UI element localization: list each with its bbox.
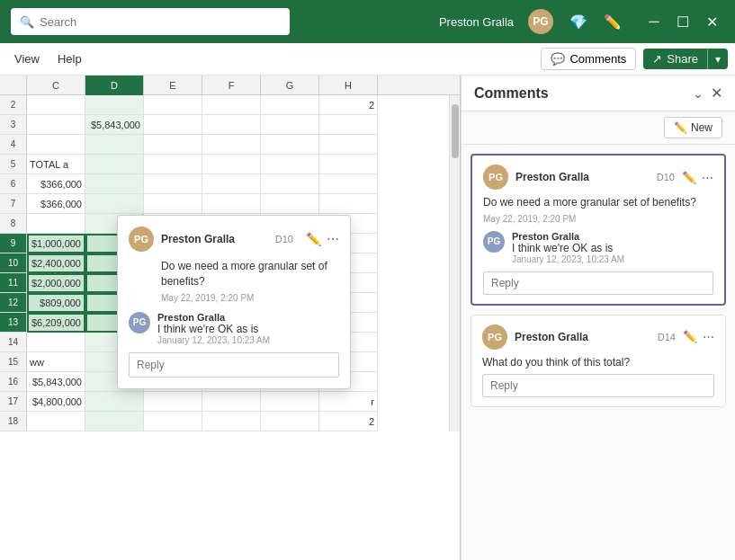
- new-comment-button[interactable]: ✏️ New: [664, 117, 722, 138]
- cell-d2[interactable]: [85, 95, 144, 115]
- card-1-reply-text: I think we're OK as is: [512, 242, 713, 254]
- cell-g7[interactable]: [261, 194, 319, 214]
- cell-f18[interactable]: [202, 412, 261, 431]
- panel-scroll[interactable]: PG Preston Gralla D10 ✏️ ⋯ Do we need a …: [462, 145, 735, 560]
- cell-c11[interactable]: $2,000,000: [27, 273, 85, 293]
- cell-g6[interactable]: [261, 174, 319, 194]
- cell-c16[interactable]: $5,843,000: [27, 372, 85, 392]
- table-row: [27, 135, 449, 155]
- avatar[interactable]: PG: [528, 9, 553, 34]
- cell-c15[interactable]: ww: [27, 352, 85, 372]
- close-button[interactable]: ✕: [699, 9, 724, 34]
- popup-more-icon[interactable]: ⋯: [327, 232, 339, 246]
- card-1-reply-input[interactable]: [483, 271, 713, 295]
- menu-item-view[interactable]: View: [7, 49, 47, 69]
- cell-c8[interactable]: [27, 214, 85, 234]
- menu-item-help[interactable]: Help: [50, 49, 89, 69]
- search-box[interactable]: 🔍: [11, 8, 290, 35]
- cell-h18[interactable]: 2: [319, 412, 378, 431]
- cell-h5[interactable]: [319, 155, 378, 174]
- cell-c17[interactable]: $4,800,000: [27, 392, 85, 412]
- popup-comment: PG Preston Gralla D10 ✏️ ⋯ Do we need a …: [117, 215, 351, 389]
- cell-c7[interactable]: $366,000: [27, 194, 85, 214]
- cell-g5[interactable]: [261, 155, 319, 174]
- cell-f7[interactable]: [202, 194, 261, 214]
- table-row: $5,843,000: [27, 115, 449, 135]
- card-2-reply-input[interactable]: [482, 374, 714, 397]
- share-label: Share: [667, 52, 698, 66]
- panel-collapse-icon[interactable]: ⌄: [693, 86, 704, 101]
- cell-g17[interactable]: [261, 392, 319, 412]
- popup-reply-input[interactable]: [129, 352, 339, 378]
- card-2-more-icon[interactable]: ⋯: [703, 330, 714, 343]
- cell-g4[interactable]: [261, 135, 319, 155]
- cell-c14[interactable]: [27, 333, 85, 352]
- cell-c4[interactable]: [27, 135, 85, 155]
- popup-comment-header: PG Preston Gralla D10 ✏️ ⋯: [129, 227, 339, 252]
- cell-d6[interactable]: [85, 174, 144, 194]
- card-2-edit-icon[interactable]: ✏️: [683, 330, 697, 343]
- cell-e17[interactable]: [144, 392, 202, 412]
- cell-e4[interactable]: [144, 135, 202, 155]
- cell-e7[interactable]: [144, 194, 202, 214]
- cell-f4[interactable]: [202, 135, 261, 155]
- row-num-16: 16: [0, 372, 27, 392]
- row-num-15: 15: [0, 352, 27, 372]
- cell-c6[interactable]: $366,000: [27, 174, 85, 194]
- cell-g18[interactable]: [261, 412, 319, 431]
- cell-e5[interactable]: [144, 155, 202, 174]
- cell-f2[interactable]: [202, 95, 261, 115]
- cell-e2[interactable]: [144, 95, 202, 115]
- cell-f5[interactable]: [202, 155, 261, 174]
- cell-d5[interactable]: [85, 155, 144, 174]
- cell-c5[interactable]: TOTAL a: [27, 155, 85, 174]
- cell-d18[interactable]: [85, 412, 144, 431]
- cell-h17[interactable]: r: [319, 392, 378, 412]
- share-button[interactable]: ↗ Share: [643, 49, 707, 69]
- cell-c18[interactable]: [27, 412, 85, 431]
- scrollbar[interactable]: [449, 95, 460, 431]
- row-num-8: 8: [0, 214, 27, 234]
- cell-e3[interactable]: [144, 115, 202, 135]
- pen-icon[interactable]: ✏️: [604, 13, 622, 31]
- comments-button[interactable]: 💬 Comments: [541, 48, 636, 70]
- minimize-button[interactable]: ─: [641, 9, 667, 34]
- row-num-13: 13: [0, 313, 27, 333]
- cell-h6[interactable]: [319, 174, 378, 194]
- popup-cell-ref: D10: [275, 234, 293, 244]
- popup-edit-icon[interactable]: ✏️: [306, 232, 321, 246]
- cell-c9[interactable]: $1,000,000: [27, 234, 85, 253]
- card-1-more-icon[interactable]: ⋯: [702, 171, 713, 184]
- cell-c3[interactable]: [27, 115, 85, 135]
- card-1-edit-icon[interactable]: ✏️: [682, 171, 696, 184]
- cell-c2[interactable]: [27, 95, 85, 115]
- popup-author: Preston Gralla: [161, 233, 235, 245]
- share-dropdown-button[interactable]: ▾: [707, 49, 728, 69]
- cell-d17[interactable]: [85, 392, 144, 412]
- cell-h7[interactable]: [319, 194, 378, 214]
- cell-c10[interactable]: $2,400,000: [27, 253, 85, 273]
- panel-close-icon[interactable]: ✕: [711, 84, 722, 102]
- cell-g3[interactable]: [261, 115, 319, 135]
- cell-e6[interactable]: [144, 174, 202, 194]
- cell-e18[interactable]: [144, 412, 202, 431]
- scroll-thumb[interactable]: [452, 104, 459, 158]
- cell-h2[interactable]: 2: [319, 95, 378, 115]
- cell-f3[interactable]: [202, 115, 261, 135]
- cell-c12[interactable]: $809,000: [27, 293, 85, 313]
- cell-d4[interactable]: [85, 135, 144, 155]
- cell-g2[interactable]: [261, 95, 319, 115]
- maximize-button[interactable]: ☐: [670, 9, 695, 34]
- popup-reply-author: Preston Gralla: [157, 312, 339, 323]
- diamond-icon[interactable]: 💎: [569, 13, 587, 31]
- cell-d7[interactable]: [85, 194, 144, 214]
- cell-c13[interactable]: $6,209,000: [27, 313, 85, 333]
- popup-reply-text: I think we're OK as is: [157, 323, 339, 335]
- cell-h4[interactable]: [319, 135, 378, 155]
- cell-h3[interactable]: [319, 115, 378, 135]
- cell-f6[interactable]: [202, 174, 261, 194]
- search-input[interactable]: [40, 15, 281, 29]
- card-1-reply: PG Preston Gralla I think we're OK as is…: [483, 231, 713, 264]
- cell-d3[interactable]: $5,843,000: [85, 115, 144, 135]
- cell-f17[interactable]: [202, 392, 261, 412]
